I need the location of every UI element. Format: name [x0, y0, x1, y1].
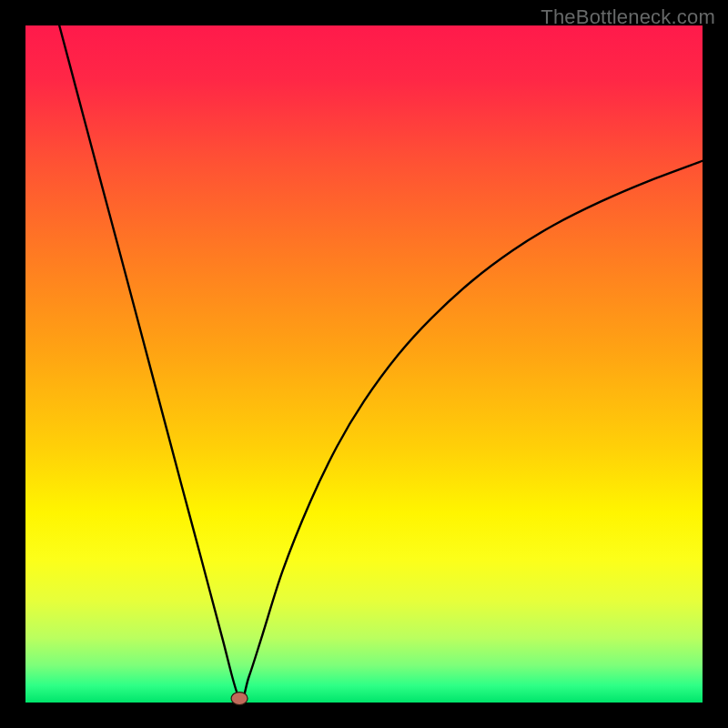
- optimum-marker: [231, 693, 248, 705]
- chart-container: TheBottleneck.com: [0, 0, 728, 728]
- watermark-label: TheBottleneck.com: [541, 5, 715, 29]
- plot-background: [25, 25, 703, 703]
- chart-svg: [0, 0, 728, 728]
